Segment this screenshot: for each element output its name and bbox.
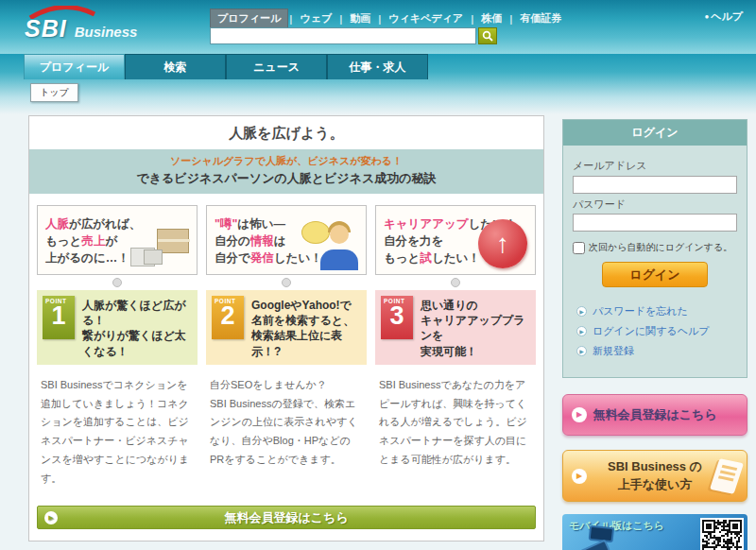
auto-login-label: 次回から自動的にログインする。 — [589, 241, 732, 254]
arrow-circle-icon: ▶ — [44, 511, 58, 524]
help-link[interactable]: ●ヘルプ — [704, 9, 743, 24]
subtitle-band: ソーシャルグラフで人脈が、ビジネスが変わる！ できるビジネスパーソンの人脈とビジ… — [29, 149, 543, 194]
connector-dot — [451, 278, 460, 287]
sidebar: ログイン メールアドレス パスワード 次回から自動的にログインする。 ログイン … — [562, 119, 747, 550]
register-banner-label: 無料会員登録はこちら — [224, 510, 348, 524]
catch-box-rumor: "噂"は怖い― 自分の情報は 自分で発信したい！ — [206, 205, 367, 275]
top-nav-web[interactable]: ウェブ — [293, 9, 338, 27]
point1-body: SBI Businessでコネクションを追加していきましょう！コネクションを追加… — [37, 365, 198, 492]
sbi-business-page: SBIBusiness プロフィール | ウェブ | 動画 | ウィキペディア … — [0, 0, 756, 550]
nav-separator: | — [339, 13, 342, 25]
login-title: ログイン — [563, 120, 747, 146]
person-speech-image — [301, 219, 360, 270]
top-nav-wikipedia[interactable]: ウィキペディア — [382, 9, 470, 27]
bullet-arrow-icon: ▶ — [576, 346, 587, 356]
top-nav-video[interactable]: 動画 — [343, 9, 377, 27]
point2-body: 自分SEOをしませんか？ SBI Businessの登録で、検索エンジンの上位に… — [206, 365, 367, 473]
free-register-button[interactable]: ▶ 無料会員登録はこちら — [562, 394, 747, 436]
catch-box-sales: 人脈が広がれば、 もっと売上が 上がるのに…！ — [37, 205, 198, 275]
point1-header: POINT 1 人脈が驚くほど広がる！ 繋がりが驚くほど太くなる！ — [37, 290, 198, 365]
search-input[interactable] — [210, 27, 476, 44]
password-label: パスワード — [573, 198, 737, 212]
point-columns: 人脈が広がれば、 もっと売上が 上がるのに…！ POINT 1 人脈が驚くほど広… — [29, 194, 543, 492]
search-bar — [210, 27, 497, 44]
top-nav-profile[interactable]: プロフィール — [210, 9, 288, 28]
nav-separator: | — [289, 13, 292, 25]
point3-body: SBI Businessであなたの力をアピールすれば、興味を持ってくれる人が増え… — [375, 365, 536, 473]
up-arrow-icon: ↑ — [478, 219, 527, 268]
top-nav-stock[interactable]: 株価 — [474, 9, 508, 27]
email-label: メールアドレス — [573, 159, 737, 173]
password-field[interactable] — [573, 214, 737, 232]
nav-separator: | — [471, 13, 473, 25]
free-register-label: 無料会員登録はこちら — [593, 406, 716, 423]
login-button[interactable]: ログイン — [602, 262, 708, 287]
packages-image — [130, 225, 189, 266]
breadcrumb-top[interactable]: トップ — [30, 83, 78, 102]
qr-code — [700, 518, 744, 550]
nav-separator: | — [378, 13, 381, 25]
sbi-business-logo[interactable]: SBIBusiness — [25, 6, 137, 41]
email-field[interactable] — [573, 176, 737, 194]
point3-header: POINT 3 思い通りの キャリアアッププランを 実現可能！ — [375, 290, 536, 365]
header: SBIBusiness プロフィール | ウェブ | 動画 | ウィキペディア … — [0, 0, 756, 54]
subtitle-line1: ソーシャルグラフで人脈が、ビジネスが変わる！ — [33, 154, 540, 168]
nav-separator: | — [509, 13, 512, 25]
main-column: 人脈を広げよう。 ソーシャルグラフで人脈が、ビジネスが変わる！ できるビジネスパ… — [28, 115, 544, 550]
tabs: プロフィール 検索 ニュース 仕事・求人 — [24, 54, 428, 79]
tab-band: プロフィール 検索 ニュース 仕事・求人 トップ — [0, 54, 756, 114]
help-label: ヘルプ — [711, 10, 743, 22]
promo-panel: 人脈を広げよう。 ソーシャルグラフで人脈が、ビジネスが変わる！ できるビジネスパ… — [28, 115, 544, 541]
subtitle-line2: できるビジネスパーソンの人脈とビジネス成功の秘訣 — [33, 170, 540, 187]
connector-dot — [112, 278, 122, 287]
point3-heading: 思い通りの キャリアアッププランを 実現可能！ — [421, 296, 530, 359]
page-title: 人脈を広げよう。 — [29, 116, 543, 149]
logo-subtext: Business — [75, 24, 138, 40]
guide-pages-icon — [710, 458, 744, 494]
point-column-2: "噂"は怖い― 自分の情報は 自分で発信したい！ POINT 2 Googleや… — [206, 205, 367, 492]
point1-heading: 人脈が驚くほど広がる！ 繋がりが驚くほど太くなる！ — [82, 296, 192, 359]
search-button[interactable] — [478, 27, 497, 44]
login-help-link[interactable]: ▶ログインに関するヘルプ — [576, 324, 737, 338]
point-column-1: 人脈が広がれば、 もっと売上が 上がるのに…！ POINT 1 人脈が驚くほど広… — [37, 205, 198, 492]
signup-link[interactable]: ▶新規登録 — [576, 344, 737, 358]
top-nav-securities[interactable]: 有価証券 — [513, 9, 568, 27]
arrow-circle-icon: ▶ — [572, 407, 587, 422]
search-icon — [482, 30, 493, 42]
login-links: ▶パスワードを忘れた ▶ログインに関するヘルプ ▶新規登録 — [573, 287, 737, 366]
bullet-icon: ● — [704, 12, 709, 21]
mobile-version-banner[interactable]: モバイル版はこちら — [562, 514, 747, 550]
bullet-arrow-icon: ▶ — [576, 326, 587, 336]
auto-login-checkbox[interactable] — [573, 242, 585, 254]
arrow-circle-icon: ▶ — [572, 469, 587, 484]
logo-text: SBI — [25, 15, 67, 42]
top-nav: プロフィール | ウェブ | 動画 | ウィキペディア | 株価 | 有価証券 — [210, 9, 568, 28]
login-box: ログイン メールアドレス パスワード 次回から自動的にログインする。 ログイン … — [562, 119, 747, 378]
point2-number-badge: POINT 2 — [212, 296, 244, 339]
tab-search[interactable]: 検索 — [125, 54, 226, 79]
point3-number-badge: POINT 3 — [381, 296, 413, 339]
tab-news[interactable]: ニュース — [226, 54, 327, 79]
point-column-3: キャリアアップしたい！ 自分を力を もっと試したい！ ↑ POINT 3 思い通… — [375, 205, 536, 492]
usage-guide-label: SBI Business の 上手な使い方 — [608, 458, 702, 492]
point1-number-badge: POINT 1 — [43, 296, 75, 339]
connector-dot — [282, 278, 291, 287]
tab-profile[interactable]: プロフィール — [24, 54, 125, 79]
forgot-password-link[interactable]: ▶パスワードを忘れた — [576, 304, 737, 318]
point2-header: POINT 2 GoogleやYahoo!で 名前を検索すると、 検索結果上位に… — [206, 290, 367, 365]
usage-guide-button[interactable]: ▶ SBI Business の 上手な使い方 — [562, 450, 747, 502]
bullet-arrow-icon: ▶ — [576, 306, 587, 317]
register-banner-button[interactable]: ▶ 無料会員登録はこちら — [37, 506, 536, 529]
point2-heading: GoogleやYahoo!で 名前を検索すると、 検索結果上位に表示！? — [251, 296, 361, 359]
tab-jobs[interactable]: 仕事・求人 — [327, 54, 428, 79]
catch-box-career: キャリアアップしたい！ 自分を力を もっと試したい！ ↑ — [375, 205, 536, 275]
